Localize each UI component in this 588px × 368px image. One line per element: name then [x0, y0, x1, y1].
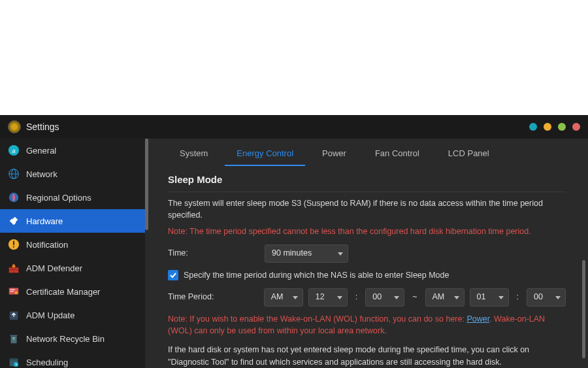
- alert-icon: [8, 239, 20, 250]
- window-controls: [529, 123, 580, 131]
- window-dot-3[interactable]: [558, 123, 566, 131]
- sidebar-item-label: ADM Defender: [26, 263, 82, 273]
- content-area: Sleep Mode The system will enter sleep m…: [148, 166, 580, 368]
- section-title: Sleep Mode: [168, 173, 566, 188]
- window-dot-2[interactable]: [544, 123, 551, 131]
- tab-energy-control[interactable]: Energy Control: [225, 142, 305, 166]
- tabs: System Energy Control Power Fan Control …: [148, 139, 588, 166]
- certificate-icon: [8, 286, 20, 297]
- sidebar-item-label: Hardware: [26, 216, 63, 226]
- region-icon: [8, 192, 20, 203]
- sidebar-item-label: Network: [26, 169, 57, 179]
- sidebar-item-label: Scheduling: [26, 358, 68, 367]
- calendar-icon: [8, 356, 20, 368]
- note-wol: Note: If you wish to enable the Wake-on-…: [168, 313, 566, 338]
- sidebar-item-regional[interactable]: Regional Options: [0, 186, 145, 209]
- to-min-select[interactable]: 00: [527, 288, 566, 307]
- content-scrollbar[interactable]: [582, 170, 585, 364]
- tab-lcd-panel[interactable]: LCD Panel: [436, 142, 501, 166]
- update-icon: [8, 309, 20, 321]
- sidebar-item-certificate[interactable]: Certificate Manager: [0, 280, 145, 303]
- tilde-separator: ~: [412, 291, 417, 303]
- svg-rect-16: [10, 289, 15, 290]
- svg-rect-8: [13, 246, 14, 248]
- note-min-time: Note: The time period specified cannot b…: [168, 226, 566, 238]
- specify-label: Specify the time period during which the…: [184, 269, 449, 282]
- sidebar-item-notification[interactable]: Notification: [0, 233, 145, 256]
- colon-separator: :: [517, 291, 519, 303]
- tab-power[interactable]: Power: [310, 142, 358, 166]
- firewall-icon: [8, 262, 20, 274]
- period-label: Time Period:: [168, 291, 259, 303]
- sidebar-item-label: Notification: [26, 240, 68, 250]
- svg-rect-23: [10, 359, 18, 361]
- sidebar-item-update[interactable]: ADM Update: [0, 303, 145, 327]
- svg-rect-17: [10, 291, 14, 292]
- to-hour-select[interactable]: 01: [470, 288, 509, 307]
- from-min-select[interactable]: 00: [365, 288, 404, 307]
- window-dot-4[interactable]: [572, 123, 580, 131]
- globe-icon: [8, 168, 20, 180]
- svg-rect-21: [10, 335, 18, 337]
- sidebar-item-general[interactable]: a General: [0, 139, 145, 162]
- sidebar-item-recycle[interactable]: Network Recycle Bin: [0, 327, 145, 350]
- from-hour-select[interactable]: 12: [308, 288, 348, 307]
- diagnostic-description: If the hard disk or system has not yet e…: [168, 344, 566, 368]
- sidebar-item-hardware[interactable]: Hardware: [0, 209, 145, 233]
- sidebar-item-label: Certificate Manager: [26, 287, 100, 297]
- power-link[interactable]: Power: [466, 314, 489, 324]
- recycle-icon: [8, 333, 20, 344]
- general-icon: a: [8, 144, 20, 156]
- sidebar-item-network[interactable]: Network: [0, 162, 145, 186]
- sidebar: a General Network Regional Options Hardw…: [0, 139, 148, 368]
- settings-icon: [8, 120, 21, 133]
- svg-rect-7: [13, 241, 14, 245]
- specify-checkbox[interactable]: [168, 270, 178, 280]
- sidebar-item-defender[interactable]: ADM Defender: [0, 256, 145, 280]
- divider: [168, 192, 566, 192]
- tab-system[interactable]: System: [168, 142, 220, 166]
- tab-fan-control[interactable]: Fan Control: [363, 142, 431, 166]
- window-dot-1[interactable]: [529, 123, 537, 131]
- sidebar-item-scheduling[interactable]: Scheduling: [0, 350, 145, 368]
- titlebar: Settings: [0, 115, 588, 139]
- hardware-icon: [8, 215, 20, 227]
- colon-separator: :: [355, 291, 357, 303]
- sidebar-item-label: General: [26, 146, 56, 156]
- window-title: Settings: [26, 122, 59, 132]
- sidebar-item-label: ADM Update: [26, 310, 74, 320]
- svg-point-18: [15, 292, 18, 294]
- sidebar-item-label: Network Recycle Bin: [26, 334, 105, 344]
- settings-window: Settings a General Network Regio: [0, 115, 588, 368]
- time-label: Time:: [168, 247, 259, 259]
- from-ampm-select[interactable]: AM: [264, 288, 303, 307]
- main-panel: System Energy Control Power Fan Control …: [148, 139, 588, 368]
- sleep-description: The system will enter sleep mode S3 (Sus…: [168, 197, 566, 222]
- sidebar-item-label: Regional Options: [26, 193, 91, 203]
- svg-text:a: a: [12, 147, 16, 154]
- to-ampm-select[interactable]: AM: [425, 288, 465, 307]
- time-select[interactable]: 90 minutes: [265, 244, 348, 263]
